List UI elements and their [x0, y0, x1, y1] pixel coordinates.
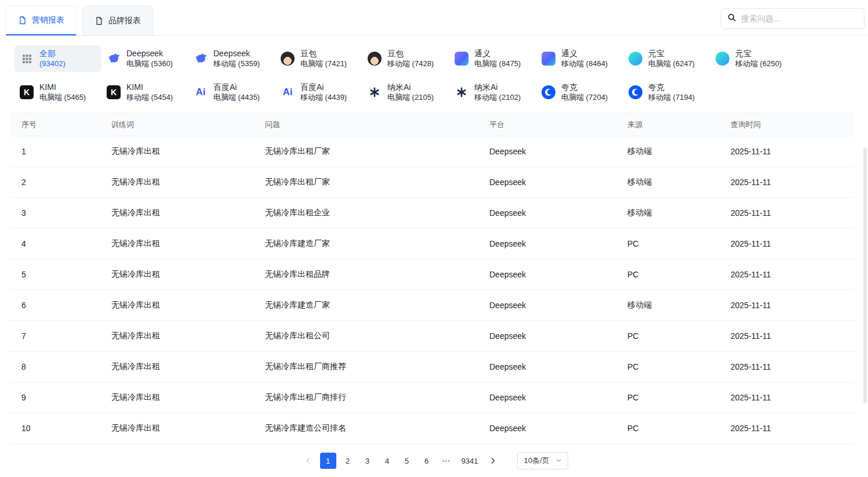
- page-button-1[interactable]: 1: [320, 453, 336, 469]
- cell-platform: Deepseek: [478, 259, 616, 290]
- cell-platform: Deepseek: [478, 413, 616, 444]
- filter-baiduai-pc[interactable]: Ai 百度Ai电脑端 (4435): [188, 79, 275, 106]
- filter-count: 移动端 (5454): [126, 92, 173, 102]
- table-row[interactable]: 1 无锡冷库出租 无锡冷库出租厂家 Deepseek 移动端 2025-11-1…: [10, 136, 854, 167]
- cell-question: 无锡冷库建造厂家: [253, 229, 478, 259]
- cell-source: PC: [616, 229, 719, 259]
- filter-deepseek-pc[interactable]: Deepseek电脑端 (5360): [101, 45, 188, 72]
- cell-platform: Deepseek: [478, 167, 616, 198]
- cell-index: 4: [10, 229, 100, 259]
- column-header-platform: 平台: [478, 113, 616, 136]
- cell-index: 6: [10, 290, 100, 321]
- cell-query-time: 2025-11-11: [719, 229, 854, 259]
- page-button-3[interactable]: 3: [359, 453, 376, 469]
- table-row[interactable]: 4 无锡冷库出租 无锡冷库建造厂家 Deepseek PC 2025-11-11: [10, 229, 854, 259]
- cell-source: PC: [616, 259, 719, 290]
- filter-count: 移动端 (8464): [561, 59, 608, 68]
- results-table-section: 序号 训练词 问题 平台 来源 查询时间 1 无锡冷库出租 无锡冷库出租厂家 D…: [0, 109, 868, 444]
- filter-count: 移动端 (2102): [474, 92, 521, 102]
- cell-query-time: 2025-11-11: [719, 259, 854, 290]
- filter-kimi-pc[interactable]: K KIMI电脑端 (5465): [14, 79, 101, 106]
- filter-count: 移动端 (4439): [300, 92, 347, 102]
- cell-query-time: 2025-11-11: [719, 352, 854, 382]
- filter-namiai-mobile[interactable]: 纳米Ai移动端 (2102): [449, 79, 536, 106]
- nami-ai-icon: [454, 85, 469, 100]
- cell-keyword: 无锡冷库出租: [100, 136, 253, 167]
- cell-index: 5: [10, 259, 100, 290]
- filter-name: 百度Ai: [213, 82, 260, 92]
- grid-icon: [19, 51, 34, 66]
- cell-platform: Deepseek: [478, 382, 616, 413]
- page-button-4[interactable]: 4: [379, 453, 395, 469]
- cell-keyword: 无锡冷库出租: [100, 198, 253, 229]
- tab-brand-report[interactable]: 品牌报表: [82, 5, 153, 35]
- table-row[interactable]: 2 无锡冷库出租 无锡冷库出租厂家 Deepseek 移动端 2025-11-1…: [10, 167, 854, 198]
- cell-keyword: 无锡冷库出租: [100, 167, 253, 198]
- prev-page-button[interactable]: [300, 453, 317, 469]
- filter-doubao-pc[interactable]: 豆包电脑端 (7421): [275, 45, 362, 72]
- filter-name: 豆包: [300, 49, 347, 59]
- more-pages-ellipsis[interactable]: •••: [438, 457, 455, 464]
- search-input[interactable]: [741, 14, 858, 23]
- cell-query-time: 2025-11-11: [719, 136, 854, 167]
- cell-source: PC: [616, 413, 719, 444]
- table-row[interactable]: 5 无锡冷库出租 无锡冷库出租品牌 Deepseek PC 2025-11-11: [10, 259, 854, 290]
- filter-tongyi-mobile[interactable]: 通义移动端 (8464): [536, 45, 623, 72]
- cell-query-time: 2025-11-11: [719, 321, 854, 352]
- cell-platform: Deepseek: [478, 352, 616, 382]
- filter-name: 全部: [39, 49, 66, 59]
- cell-question: 无锡冷库建造厂家: [253, 290, 478, 321]
- tab-label: 品牌报表: [108, 16, 141, 26]
- filter-yuanbao-pc[interactable]: 元宝电脑端 (6247): [623, 45, 710, 72]
- table-row[interactable]: 3 无锡冷库出租 无锡冷库出租企业 Deepseek 移动端 2025-11-1…: [10, 198, 854, 229]
- cell-keyword: 无锡冷库出租: [100, 290, 253, 321]
- tongyi-icon: [454, 51, 469, 66]
- table-row[interactable]: 6 无锡冷库出租 无锡冷库建造厂家 Deepseek 移动端 2025-11-1…: [10, 290, 854, 321]
- filter-doubao-mobile[interactable]: 豆包移动端 (7428): [362, 45, 449, 72]
- filter-kimi-mobile[interactable]: K KIMI移动端 (5454): [101, 79, 188, 106]
- tab-marketing-report[interactable]: 营销报表: [6, 5, 77, 35]
- cell-source: 移动端: [616, 290, 719, 321]
- scrollbar-thumb[interactable]: [863, 148, 867, 403]
- column-header-index: 序号: [10, 113, 100, 136]
- filter-yuanbao-mobile[interactable]: 元宝移动端 (6250): [710, 45, 797, 72]
- filter-namiai-pc[interactable]: 纳米Ai电脑端 (2105): [362, 79, 449, 106]
- app: 营销报表 品牌报表 全部(93402) Deepseek电脑端: [0, 0, 868, 475]
- search-box[interactable]: [721, 8, 865, 29]
- kimi-icon: K: [106, 85, 121, 100]
- filter-quark-mobile[interactable]: 夸克移动端 (7194): [623, 79, 710, 106]
- tongyi-icon: [541, 51, 556, 66]
- filter-count: 电脑端 (5465): [39, 92, 86, 102]
- table-row[interactable]: 9 无锡冷库出租 无锡冷库出租厂商排行 Deepseek PC 2025-11-…: [10, 382, 854, 413]
- filter-deepseek-mobile[interactable]: Deepseek移动端 (5359): [188, 45, 275, 72]
- top-bar: 营销报表 品牌报表: [0, 0, 868, 36]
- table-row[interactable]: 8 无锡冷库出租 无锡冷库出租厂商推荐 Deepseek PC 2025-11-…: [10, 352, 854, 382]
- page-size-value: 10条/页: [524, 456, 549, 466]
- cell-keyword: 无锡冷库出租: [100, 259, 253, 290]
- filter-name: 纳米Ai: [387, 82, 434, 92]
- cell-source: 移动端: [616, 167, 719, 198]
- filter-count: 电脑端 (8475): [474, 59, 521, 68]
- cell-keyword: 无锡冷库出租: [100, 229, 253, 259]
- cell-keyword: 无锡冷库出租: [100, 413, 253, 444]
- page-button-last[interactable]: 9341: [458, 453, 482, 469]
- filter-count: 移动端 (5359): [213, 59, 260, 68]
- filter-name: KIMI: [126, 82, 173, 92]
- page-size-select[interactable]: 10条/页: [517, 452, 568, 469]
- table-row[interactable]: 7 无锡冷库出租 无锡冷库出租公司 Deepseek PC 2025-11-11: [10, 321, 854, 352]
- page-button-6[interactable]: 6: [419, 453, 435, 469]
- yuanbao-icon: [715, 51, 730, 66]
- cell-question: 无锡冷库出租企业: [253, 198, 478, 229]
- filter-quark-pc[interactable]: 夸克电脑端 (7204): [536, 79, 623, 106]
- next-page-button[interactable]: [485, 453, 501, 469]
- page-button-5[interactable]: 5: [399, 453, 415, 469]
- tab-label: 营销报表: [32, 15, 64, 26]
- table-row[interactable]: 10 无锡冷库出租 无锡冷库建造公司排名 Deepseek PC 2025-11…: [10, 413, 854, 444]
- results-table: 序号 训练词 问题 平台 来源 查询时间 1 无锡冷库出租 无锡冷库出租厂家 D…: [10, 113, 854, 444]
- filter-all[interactable]: 全部(93402): [14, 45, 101, 72]
- page-button-2[interactable]: 2: [340, 453, 356, 469]
- filter-tongyi-pc[interactable]: 通义电脑端 (8475): [449, 45, 536, 72]
- document-icon: [95, 16, 104, 26]
- filter-baiduai-mobile[interactable]: Ai 百度Ai移动端 (4439): [275, 79, 362, 106]
- filter-count: 电脑端 (6247): [648, 59, 695, 68]
